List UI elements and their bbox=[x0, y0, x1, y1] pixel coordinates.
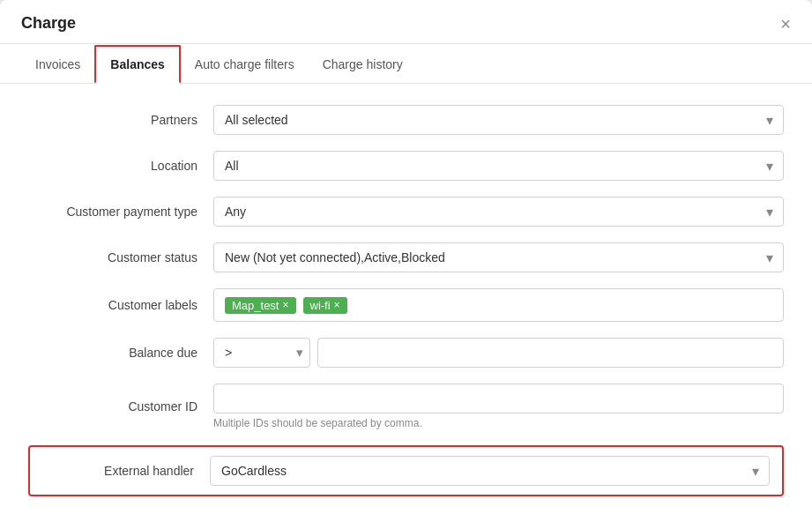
tag-map-test: Map_test × bbox=[225, 297, 296, 314]
external-handler-row: External handler GoCardless bbox=[28, 445, 784, 496]
external-handler-control: GoCardless bbox=[210, 456, 770, 486]
customer-status-row: Customer status New (Not yet connected),… bbox=[28, 242, 784, 272]
customer-id-label: Customer ID bbox=[28, 399, 213, 413]
balance-due-input[interactable] bbox=[317, 338, 784, 368]
partners-select-wrapper: All selected bbox=[213, 105, 784, 135]
external-handler-select[interactable]: GoCardless bbox=[210, 456, 770, 486]
tabs-bar: Invoices Balances Auto charge filters Ch… bbox=[0, 44, 812, 84]
tag-wifi-text: wi-fi bbox=[310, 299, 331, 312]
customer-status-select[interactable]: New (Not yet connected),Active,Blocked bbox=[213, 242, 784, 272]
location-label: Location bbox=[28, 159, 213, 173]
customer-labels-row: Customer labels Map_test × wi-fi × bbox=[28, 288, 784, 322]
customer-id-input[interactable] bbox=[213, 384, 784, 413]
customer-status-label: Customer status bbox=[28, 250, 213, 264]
location-select[interactable]: All bbox=[213, 151, 784, 181]
tag-wifi: wi-fi × bbox=[303, 297, 347, 314]
close-button[interactable]: × bbox=[780, 15, 791, 43]
customer-status-select-wrapper: New (Not yet connected),Active,Blocked bbox=[213, 242, 784, 272]
location-row: Location All bbox=[28, 151, 784, 181]
balance-operator-select[interactable]: > bbox=[213, 338, 310, 368]
customer-payment-type-select-wrapper: Any bbox=[213, 197, 784, 227]
balance-due-inputs: > bbox=[213, 338, 784, 368]
partners-label: Partners bbox=[28, 113, 213, 127]
balance-due-row: Balance due > bbox=[28, 338, 784, 368]
tab-auto-charge-filters[interactable]: Auto charge filters bbox=[181, 45, 309, 84]
modal-header: Charge × bbox=[0, 0, 812, 44]
modal-title: Charge bbox=[21, 14, 76, 43]
tab-charge-history[interactable]: Charge history bbox=[309, 45, 417, 84]
customer-status-control: New (Not yet connected),Active,Blocked bbox=[213, 242, 784, 272]
balance-due-control: > bbox=[213, 338, 784, 368]
tag-map-test-text: Map_test bbox=[232, 299, 279, 312]
external-handler-select-wrapper: GoCardless bbox=[210, 456, 770, 486]
tag-wifi-close[interactable]: × bbox=[334, 299, 340, 311]
customer-id-hint: Multiple IDs should be separated by comm… bbox=[213, 417, 784, 429]
customer-labels-tags-box[interactable]: Map_test × wi-fi × bbox=[213, 288, 784, 322]
customer-labels-control: Map_test × wi-fi × bbox=[213, 288, 784, 322]
external-handler-label: External handler bbox=[42, 464, 210, 478]
customer-payment-type-label: Customer payment type bbox=[28, 205, 213, 219]
tab-invoices[interactable]: Invoices bbox=[21, 45, 94, 84]
modal-body: Partners All selected Location All bbox=[0, 84, 812, 514]
partners-row: Partners All selected bbox=[28, 105, 784, 135]
balance-due-label: Balance due bbox=[28, 346, 213, 360]
customer-payment-type-select[interactable]: Any bbox=[213, 197, 784, 227]
customer-id-control: Multiple IDs should be separated by comm… bbox=[213, 384, 784, 429]
charge-modal: Charge × Invoices Balances Auto charge f… bbox=[0, 0, 812, 514]
tag-map-test-close[interactable]: × bbox=[282, 299, 288, 311]
partners-select[interactable]: All selected bbox=[213, 105, 784, 135]
location-control: All bbox=[213, 151, 784, 181]
external-handler-highlighted: External handler GoCardless bbox=[28, 445, 784, 496]
customer-payment-type-row: Customer payment type Any bbox=[28, 197, 784, 227]
partners-control: All selected bbox=[213, 105, 784, 135]
tab-balances[interactable]: Balances bbox=[94, 45, 180, 84]
balance-operator-wrapper: > bbox=[213, 338, 310, 368]
customer-labels-label: Customer labels bbox=[28, 298, 213, 312]
location-select-wrapper: All bbox=[213, 151, 784, 181]
customer-payment-type-control: Any bbox=[213, 197, 784, 227]
customer-id-row: Customer ID Multiple IDs should be separ… bbox=[28, 384, 784, 429]
